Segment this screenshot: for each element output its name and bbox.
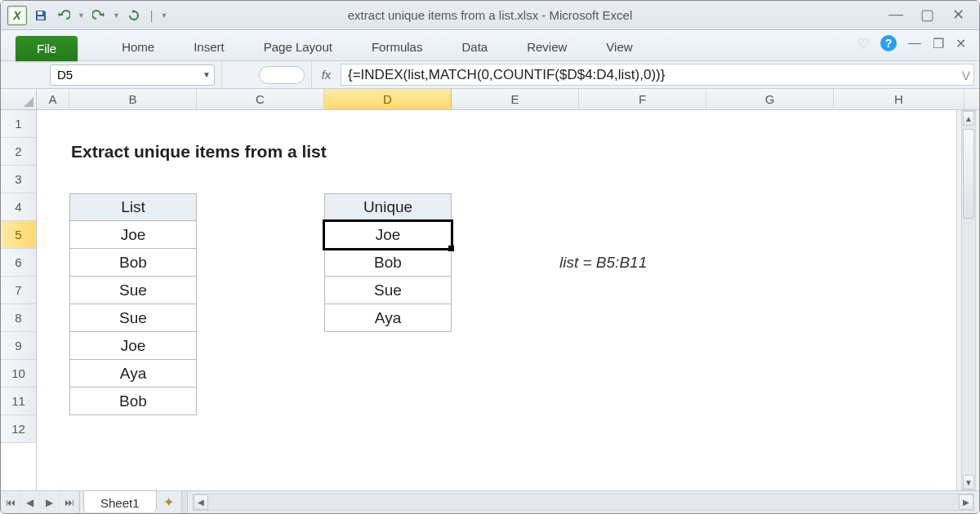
help-icon[interactable]: ?	[880, 35, 897, 51]
formula-expand-icon[interactable]: ⋁	[962, 69, 970, 81]
scroll-thumb[interactable]	[963, 129, 974, 219]
col-header-a[interactable]: A	[37, 89, 69, 109]
cell-b7[interactable]: Sue	[69, 277, 197, 304]
redo-dropdown-icon[interactable]: ▼	[113, 11, 120, 20]
tab-review[interactable]: Review	[507, 33, 586, 60]
row-header-11[interactable]: 11	[1, 388, 36, 415]
sheet-nav-prev-icon[interactable]: ◀	[20, 491, 40, 513]
cell-d5[interactable]: Joe	[324, 221, 452, 249]
row-header-8[interactable]: 8	[1, 304, 36, 332]
maximize-button[interactable]: ▢	[919, 6, 935, 24]
formula-input[interactable]: {=INDEX(list,MATCH(0,COUNTIF($D$4:D4,lis…	[341, 64, 974, 86]
repeat-icon[interactable]	[125, 7, 143, 24]
redo-icon[interactable]	[90, 7, 108, 24]
tab-home[interactable]: Home	[102, 33, 174, 60]
col-header-g[interactable]: G	[706, 89, 834, 109]
col-header-e[interactable]: E	[452, 89, 579, 109]
sheet-nav-last-icon[interactable]: ⏭	[60, 491, 79, 513]
save-icon[interactable]	[32, 7, 50, 24]
qat-separator: |	[150, 9, 154, 22]
workbook-close-icon[interactable]: ✕	[956, 36, 966, 51]
row-header-9[interactable]: 9	[1, 332, 36, 360]
tab-page-layout[interactable]: Page Layout	[244, 33, 352, 60]
svg-rect-1	[38, 16, 44, 20]
hscroll-left-button[interactable]: ◀	[194, 494, 208, 510]
excel-logo-icon: X	[7, 6, 27, 25]
cell-d4-unique-header[interactable]: Unique	[324, 193, 452, 221]
cell-b2-title[interactable]: Extract unique items from a list	[69, 138, 478, 166]
close-button[interactable]: ✕	[950, 6, 966, 24]
name-box[interactable]: D5 ▼	[50, 64, 215, 86]
column-headers: A B C D E F G H	[1, 89, 979, 110]
tab-scroll-divider[interactable]	[181, 491, 188, 513]
vertical-scrollbar[interactable]: ▲ ▼	[956, 110, 979, 490]
file-tab[interactable]: File	[16, 36, 78, 61]
row-header-12[interactable]: 12	[1, 415, 36, 443]
row-header-10[interactable]: 10	[1, 360, 36, 388]
formula-bar: D5 ▼ fx {=INDEX(list,MATCH(0,COUNTIF($D$…	[1, 61, 979, 89]
row-header-3[interactable]: 3	[1, 166, 36, 193]
col-header-f[interactable]: F	[579, 89, 706, 109]
formula-text: {=INDEX(list,MATCH(0,COUNTIF($D$4:D4,lis…	[348, 67, 665, 83]
sheet-tab-bar: ⏮ ◀ ▶ ⏭ Sheet1 ✦ ◀ ▶	[1, 490, 979, 513]
qat-customize-icon[interactable]: ▼	[160, 11, 167, 20]
cell-b11[interactable]: Bob	[69, 388, 197, 415]
cell-note[interactable]: list = B5:B11	[559, 249, 764, 277]
cell-b4-list-header[interactable]: List	[69, 193, 197, 221]
ribbon-heart-icon[interactable]: ♡	[858, 36, 869, 51]
title-bar: X ▼ ▼ | ▼ extract unique items from a li…	[1, 1, 979, 30]
undo-icon[interactable]	[55, 7, 73, 24]
scroll-down-button[interactable]: ▼	[963, 475, 974, 490]
row-header-1[interactable]: 1	[1, 110, 36, 138]
cell-b5[interactable]: Joe	[69, 221, 197, 249]
name-box-value: D5	[57, 68, 73, 82]
cell-d7[interactable]: Sue	[324, 277, 452, 304]
sheet-tab-active[interactable]: Sheet1	[83, 490, 157, 512]
ribbon-minimize-icon[interactable]: ―	[908, 36, 921, 51]
cell-d8[interactable]: Aya	[324, 304, 452, 332]
col-header-h[interactable]: H	[834, 89, 964, 109]
row-header-2[interactable]: 2	[1, 138, 36, 166]
row-headers: 1 2 3 4 5 6 7 8 9 10 11 12	[1, 110, 37, 490]
cell-b9[interactable]: Joe	[69, 332, 197, 360]
tab-insert[interactable]: Insert	[174, 33, 244, 60]
sheet-nav-next-icon[interactable]: ▶	[40, 491, 60, 513]
worksheet-grid: A B C D E F G H 1 2 3 4 5 6 7 8 9 10 11 …	[1, 89, 979, 490]
sheet-nav-buttons: ⏮ ◀ ▶ ⏭	[1, 491, 80, 513]
col-header-b[interactable]: B	[69, 89, 197, 109]
cell-b10[interactable]: Aya	[69, 360, 197, 388]
tab-data[interactable]: Data	[442, 33, 507, 60]
row-header-6[interactable]: 6	[1, 249, 36, 277]
ribbon-tabs: File Home Insert Page Layout Formulas Da…	[1, 30, 979, 61]
name-box-dropdown-icon[interactable]: ▼	[203, 70, 211, 79]
cells-area[interactable]: Extract unique items from a list List Jo…	[37, 110, 956, 490]
minimize-button[interactable]: ―	[888, 6, 904, 24]
col-header-c[interactable]: C	[197, 89, 324, 109]
formula-button-group	[259, 66, 305, 84]
hscroll-right-button[interactable]: ▶	[959, 494, 973, 510]
ribbon-restore-icon[interactable]: ❐	[933, 36, 944, 51]
select-all-corner[interactable]	[1, 89, 37, 109]
horizontal-scrollbar[interactable]: ◀ ▶	[193, 494, 974, 511]
row-header-5[interactable]: 5	[1, 221, 36, 249]
fx-icon[interactable]: fx	[311, 61, 341, 88]
window-controls: ― ▢ ✕	[888, 6, 966, 24]
scroll-up-button[interactable]: ▲	[963, 111, 974, 126]
svg-rect-0	[38, 11, 42, 15]
new-sheet-icon[interactable]: ✦	[157, 491, 181, 513]
row-header-7[interactable]: 7	[1, 277, 36, 304]
cell-d6[interactable]: Bob	[324, 249, 452, 277]
cell-b8[interactable]: Sue	[69, 304, 197, 332]
cell-b6[interactable]: Bob	[69, 249, 197, 277]
sheet-nav-first-icon[interactable]: ⏮	[1, 491, 20, 513]
cancel-enter-area	[221, 61, 311, 88]
row-header-4[interactable]: 4	[1, 193, 36, 221]
col-header-d[interactable]: D	[324, 89, 452, 109]
quick-access-toolbar: X ▼ ▼ | ▼	[7, 6, 167, 25]
tab-view[interactable]: View	[586, 33, 652, 60]
undo-dropdown-icon[interactable]: ▼	[78, 11, 85, 20]
tab-formulas[interactable]: Formulas	[352, 33, 443, 60]
